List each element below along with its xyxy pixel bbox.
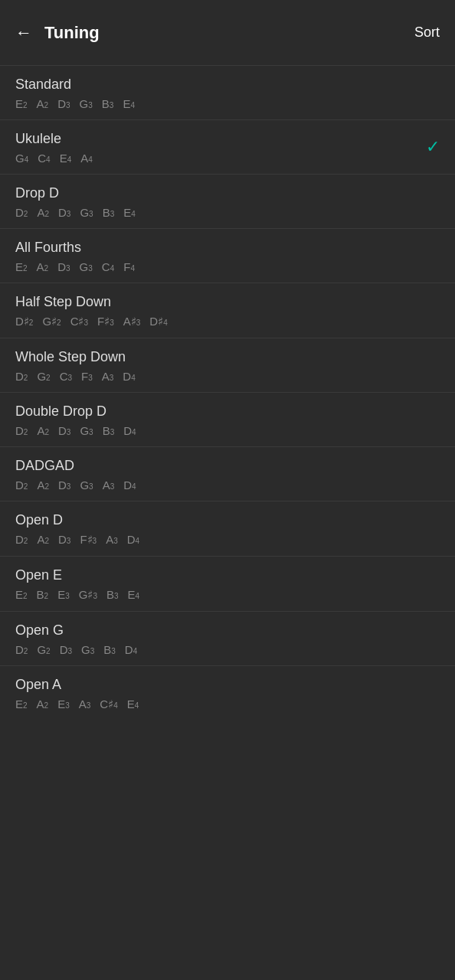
note-letter: C♯ [100, 697, 113, 711]
note-letter: A [37, 97, 44, 110]
note-letter: D [58, 206, 67, 219]
tuning-item-standard[interactable]: StandardE2A2D3G3B3E4 [0, 66, 455, 120]
note-group: A3 [106, 533, 118, 546]
tuning-item-open-a[interactable]: Open AE2A2E3A3C♯4E4 [0, 666, 455, 720]
note-subscript: 4 [130, 265, 135, 273]
note-group: A♯3 [123, 315, 141, 328]
sort-button[interactable]: Sort [414, 24, 440, 41]
note-letter: D [58, 479, 67, 492]
note-group: G♯3 [79, 588, 97, 602]
header-left: ← Tuning [15, 23, 100, 43]
note-group: E4 [127, 697, 139, 710]
note-group: F♯3 [80, 533, 97, 547]
tuning-notes: E2A2D3G3B3E4 [15, 97, 440, 110]
note-subscript: 3 [67, 374, 72, 382]
note-group: G2 [37, 643, 50, 656]
tuning-name: Drop D [15, 185, 440, 201]
note-letter: D [57, 97, 66, 110]
note-subscript: 2 [29, 319, 34, 327]
tuning-name: Ukulele [15, 131, 440, 147]
tuning-item-double-drop-d[interactable]: Double Drop DD2A2D3G3B3D4 [0, 393, 455, 447]
note-group: D4 [125, 643, 137, 656]
note-group: G3 [80, 424, 93, 437]
note-group: E2 [15, 588, 28, 601]
note-letter: D [58, 533, 67, 546]
note-subscript: 4 [113, 702, 118, 710]
note-letter: E [123, 97, 130, 110]
note-letter: G [80, 479, 89, 492]
tuning-notes: E2B2E3G♯3B3E4 [15, 588, 440, 602]
tuning-name: Whole Step Down [15, 349, 440, 365]
note-group: B3 [103, 206, 115, 219]
note-subscript: 3 [65, 702, 70, 710]
tuning-item-whole-step-down[interactable]: Whole Step DownD2G2C3F3A3D4 [0, 338, 455, 393]
note-group: A3 [103, 479, 115, 492]
note-subscript: 2 [44, 265, 49, 273]
note-subscript: 4 [130, 102, 135, 109]
note-subscript: 2 [23, 593, 28, 600]
note-group: E3 [57, 697, 70, 710]
tuning-item-drop-d[interactable]: Drop DD2A2D3G3B3E4 [0, 175, 455, 229]
note-group: D2 [15, 533, 28, 546]
note-letter: D [58, 424, 67, 437]
note-subscript: 4 [110, 265, 115, 273]
note-subscript: 3 [89, 429, 93, 436]
tuning-list: StandardE2A2D3G3B3E4UkuleleG4C4E4A4✓Drop… [0, 66, 455, 720]
note-subscript: 2 [44, 702, 49, 710]
page-title: Tuning [44, 23, 100, 43]
note-subscript: 3 [110, 429, 115, 436]
note-subscript: 4 [133, 648, 138, 655]
note-subscript: 3 [110, 319, 114, 327]
note-letter: D♯ [15, 315, 29, 328]
tuning-name: DADGAD [15, 458, 440, 474]
note-subscript: 2 [46, 648, 51, 655]
note-group: D2 [15, 479, 28, 492]
note-subscript: 3 [67, 211, 71, 218]
tuning-item-all-fourths[interactable]: All FourthsE2A2D3G3C4F4 [0, 229, 455, 283]
note-letter: E [57, 588, 65, 601]
note-group: D2 [15, 643, 28, 656]
note-subscript: 3 [66, 265, 70, 273]
note-subscript: 3 [114, 593, 119, 600]
note-letter: C♯ [70, 315, 84, 328]
note-letter: B [103, 424, 110, 437]
note-letter: E [57, 697, 65, 710]
note-group: D3 [58, 533, 70, 546]
note-subscript: 3 [89, 483, 93, 491]
note-subscript: 2 [23, 702, 28, 710]
note-group: B3 [106, 588, 119, 601]
note-letter: E [15, 260, 23, 273]
note-group: E3 [57, 588, 70, 601]
note-subscript: 2 [23, 102, 28, 109]
tuning-item-half-step-down[interactable]: Half Step DownD♯2G♯2C♯3F♯3A♯3D♯4 [0, 283, 455, 338]
note-letter: G [80, 424, 89, 437]
note-subscript: 4 [46, 156, 51, 164]
note-subscript: 3 [67, 648, 72, 655]
tuning-item-open-d[interactable]: Open DD2A2D3F♯3A3D4 [0, 501, 455, 557]
tuning-item-ukulele[interactable]: UkuleleG4C4E4A4✓ [0, 120, 455, 175]
note-group: C4 [102, 260, 114, 273]
note-letter: E [60, 152, 67, 165]
tuning-item-open-e[interactable]: Open EE2B2E3G♯3B3E4 [0, 557, 455, 612]
note-letter: C [102, 260, 110, 273]
back-button[interactable]: ← [15, 23, 32, 43]
note-group: B3 [102, 97, 114, 110]
note-letter: E [127, 697, 135, 710]
note-subscript: 2 [44, 537, 49, 545]
note-letter: G [80, 260, 89, 273]
note-subscript: 3 [67, 429, 71, 436]
note-subscript: 2 [24, 648, 28, 655]
note-letter: A [37, 533, 44, 546]
note-subscript: 3 [87, 702, 91, 710]
note-letter: A [80, 152, 88, 165]
note-subscript: 3 [113, 537, 118, 545]
note-group: A2 [37, 424, 49, 437]
note-group: D3 [58, 206, 70, 219]
note-letter: A [103, 479, 110, 492]
tuning-item-open-g[interactable]: Open GD2G2D3G3B3D4 [0, 612, 455, 666]
note-subscript: 3 [110, 374, 114, 382]
note-subscript: 2 [24, 483, 28, 491]
tuning-name: All Fourths [15, 240, 440, 256]
tuning-item-dadgad[interactable]: DADGADD2A2D3G3A3D4 [0, 447, 455, 501]
tuning-name: Standard [15, 77, 440, 93]
